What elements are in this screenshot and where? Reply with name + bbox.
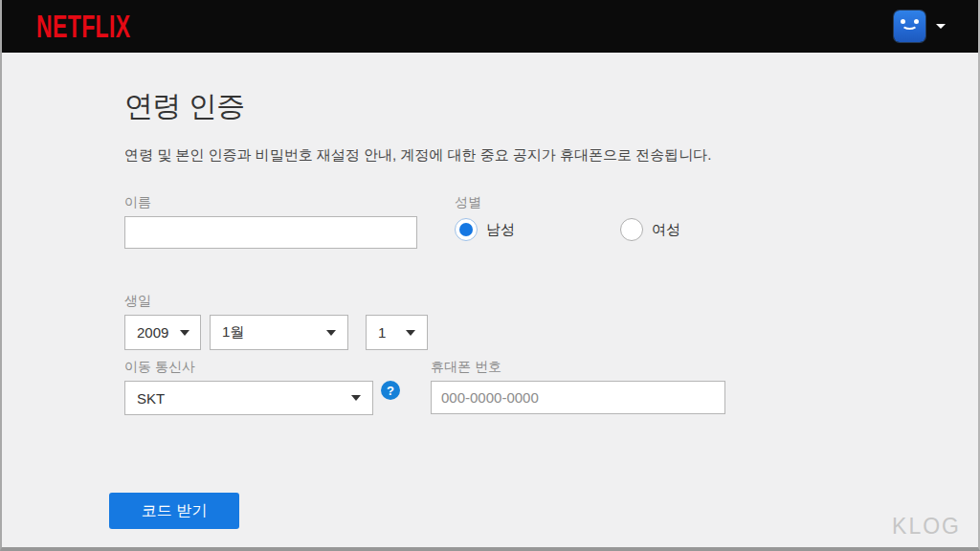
- gender-male-label: 남성: [486, 221, 515, 239]
- birth-day-value: 1: [378, 324, 386, 341]
- birth-month-select[interactable]: 1월: [210, 315, 348, 350]
- gender-options: 남성 여성: [455, 218, 680, 241]
- birthday-selects: 2009 1월 1: [124, 315, 978, 350]
- avatar-smile-icon: [902, 19, 918, 30]
- name-gender-row: 이름 성별 남성 여성: [124, 194, 978, 249]
- phone-input[interactable]: [431, 381, 725, 414]
- birth-year-select[interactable]: 2009: [124, 315, 201, 350]
- dropdown-caret-icon: [351, 395, 361, 401]
- gender-option-female[interactable]: 여성: [620, 218, 680, 241]
- get-code-button[interactable]: 코드 받기: [109, 493, 239, 529]
- birthday-label: 생일: [124, 293, 978, 310]
- carrier-value: SKT: [137, 390, 165, 407]
- dropdown-caret-icon: [406, 330, 415, 336]
- name-input[interactable]: [124, 216, 417, 249]
- dropdown-caret-icon: [180, 330, 189, 336]
- age-verification-page: NETFLIX 연령 인증 연령 및 본인 인증과 비밀번호 재설정 안내, 계…: [0, 0, 980, 551]
- page-title: 연령 인증: [124, 87, 978, 126]
- birthday-field-group: 생일 2009 1월 1: [124, 293, 978, 350]
- carrier-phone-row: 이동 통신사 SKT ? 휴대폰 번호: [124, 359, 978, 415]
- profile-avatar-icon[interactable]: [894, 11, 925, 42]
- gender-option-male[interactable]: 남성: [455, 218, 515, 241]
- birth-year-value: 2009: [137, 324, 168, 341]
- profile-menu[interactable]: [894, 11, 946, 42]
- watermark: KLOG: [892, 514, 961, 540]
- netflix-logo[interactable]: NETFLIX: [36, 9, 131, 45]
- carrier-label: 이동 통신사: [124, 359, 373, 376]
- gender-female-label: 여성: [652, 221, 680, 239]
- top-navbar: NETFLIX: [2, 0, 978, 53]
- help-icon[interactable]: ?: [381, 381, 400, 400]
- name-field-group: 이름: [124, 194, 417, 249]
- name-label: 이름: [124, 194, 417, 211]
- phone-label: 휴대폰 번호: [431, 359, 725, 376]
- gender-label: 성별: [455, 194, 680, 211]
- carrier-select[interactable]: SKT: [124, 381, 373, 415]
- radio-unselected-icon[interactable]: [620, 218, 643, 241]
- radio-selected-icon[interactable]: [455, 218, 478, 241]
- birth-month-value: 1월: [222, 323, 244, 342]
- dropdown-caret-icon: [326, 330, 336, 336]
- page-subtitle: 연령 및 본인 인증과 비밀번호 재설정 안내, 계정에 대한 중요 공지가 휴…: [124, 146, 978, 165]
- gender-field-group: 성별 남성 여성: [455, 194, 680, 249]
- chevron-down-icon[interactable]: [936, 24, 946, 29]
- birth-day-select[interactable]: 1: [366, 315, 428, 350]
- main-content: 연령 인증 연령 및 본인 인증과 비밀번호 재설정 안내, 계정에 대한 중요…: [2, 53, 978, 551]
- phone-field-group: 휴대폰 번호: [431, 359, 725, 415]
- carrier-field-group: 이동 통신사 SKT: [124, 359, 373, 415]
